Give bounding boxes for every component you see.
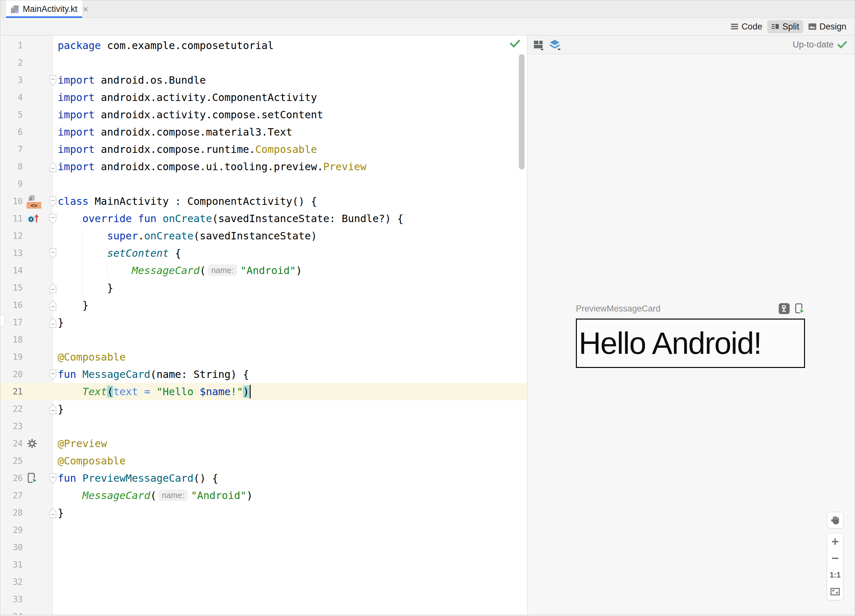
line-number[interactable]: 23	[0, 418, 23, 435]
editor-line-7[interactable]: 7import androidx.compose.runtime.Composa…	[0, 141, 527, 158]
parameter-hint: name:	[208, 264, 237, 276]
preview-canvas[interactable]: PreviewMessageCard Hello Android!	[527, 54, 855, 615]
preview-name[interactable]: PreviewMessageCard	[576, 304, 660, 314]
line-number[interactable]: 2	[0, 54, 23, 72]
editor-line-15[interactable]: 15 }	[0, 279, 527, 296]
line-number[interactable]: 13	[0, 245, 23, 262]
editor-line-4[interactable]: 4import androidx.activity.ComponentActiv…	[0, 89, 527, 106]
zoom-in-button[interactable]	[827, 533, 843, 550]
line-number[interactable]: 24	[0, 435, 23, 452]
line-number[interactable]: 18	[0, 331, 23, 348]
editor-line-16[interactable]: 16 }	[0, 296, 527, 314]
editor-line-27[interactable]: 27 MessageCard(name:"Android")	[0, 487, 527, 504]
editor-line-24[interactable]: 24@Preview	[0, 435, 527, 452]
line-number[interactable]: 6	[0, 123, 23, 141]
line-number[interactable]: 3	[0, 72, 23, 89]
pan-button[interactable]	[827, 512, 843, 529]
gear-icon[interactable]	[27, 438, 37, 449]
editor-line-1[interactable]: 1package com.example.composetutorial	[0, 37, 527, 54]
line-number[interactable]: 34	[0, 608, 23, 615]
line-number[interactable]: 31	[0, 556, 23, 573]
tab-mainactivity[interactable]: MainActivity.kt	[6, 0, 82, 18]
layers-icon[interactable]	[549, 39, 561, 51]
line-number[interactable]: 15	[0, 279, 23, 296]
line-number[interactable]: 9	[0, 175, 23, 193]
editor-line-29[interactable]: 29	[0, 521, 527, 539]
line-number[interactable]: 10	[0, 193, 23, 210]
code-tag-icon[interactable]: <>	[27, 202, 41, 208]
line-number[interactable]: 14	[0, 262, 23, 279]
line-number[interactable]: 29	[0, 521, 23, 539]
tool-window-handle[interactable]	[0, 314, 5, 326]
code-line-text: import androidx.compose.ui.tooling.previ…	[53, 158, 366, 175]
editor-line-30[interactable]: 30	[0, 539, 527, 556]
grid-mode-icon[interactable]	[533, 40, 544, 50]
line-number[interactable]: 30	[0, 539, 23, 556]
close-icon[interactable]	[82, 6, 89, 13]
line-number[interactable]: 8	[0, 158, 23, 175]
code-editor[interactable]: 1package com.example.composetutorial23im…	[0, 35, 527, 615]
zoom-fit-button[interactable]	[827, 583, 843, 600]
editor-line-23[interactable]: 23	[0, 418, 527, 435]
code-token: package	[58, 40, 101, 52]
editor-line-22[interactable]: 22}	[0, 400, 527, 418]
split-view-label: Split	[782, 22, 799, 32]
editor-line-9[interactable]: 9	[0, 175, 527, 193]
editor-line-13[interactable]: 13 setContent {	[0, 245, 527, 262]
editor-line-17[interactable]: 17}	[0, 314, 527, 331]
editor-line-21[interactable]: 21 Text(text = "Hello $name!")	[0, 383, 527, 400]
editor-line-5[interactable]: 5import androidx.activity.compose.setCon…	[0, 106, 527, 123]
editor-line-12[interactable]: 12 super.onCreate(savedInstanceState)	[0, 227, 527, 245]
line-number[interactable]: 25	[0, 452, 23, 469]
editor-line-11[interactable]: 11 override fun onCreate(savedInstanceSt…	[0, 210, 527, 227]
line-number[interactable]: 28	[0, 504, 23, 521]
editor-line-18[interactable]: 18	[0, 331, 527, 348]
zoom-actual-button[interactable]: 1:1	[827, 567, 843, 583]
editor-line-25[interactable]: 25@Composable	[0, 452, 527, 469]
line-number[interactable]: 5	[0, 106, 23, 123]
editor-line-10[interactable]: 10<>class MainActivity : ComponentActivi…	[0, 193, 527, 210]
code-token: (	[107, 386, 113, 398]
code-token: androidx.compose.ui.tooling.preview.	[95, 161, 323, 173]
editor-line-33[interactable]: 33	[0, 591, 527, 608]
code-line-text: MessageCard(name:"Android")	[53, 487, 253, 504]
line-number[interactable]: 20	[0, 366, 23, 383]
layout-icon[interactable]	[27, 194, 36, 202]
editor-line-14[interactable]: 14 MessageCard(name:"Android")	[0, 262, 527, 279]
run-on-device-icon[interactable]	[794, 303, 805, 314]
line-number[interactable]: 4	[0, 89, 23, 106]
line-number[interactable]: 33	[0, 591, 23, 608]
line-number[interactable]: 22	[0, 400, 23, 418]
line-number[interactable]: 12	[0, 227, 23, 245]
editor-line-20[interactable]: 20fun MessageCard(name: String) {	[0, 366, 527, 383]
line-number[interactable]: 32	[0, 573, 23, 591]
line-number[interactable]: 16	[0, 296, 23, 314]
editor-line-2[interactable]: 2	[0, 54, 527, 72]
editor-line-3[interactable]: 3import android.os.Bundle	[0, 72, 527, 89]
editor-line-26[interactable]: 26fun PreviewMessageCard() {	[0, 469, 527, 487]
inspection-ok-icon[interactable]	[510, 40, 520, 49]
editor-scrollbar[interactable]	[519, 54, 525, 170]
code-view-button[interactable]: Code	[726, 20, 766, 33]
line-number[interactable]: 21	[0, 383, 23, 400]
line-number[interactable]: 11	[0, 210, 23, 227]
editor-line-8[interactable]: 8import androidx.compose.ui.tooling.prev…	[0, 158, 527, 175]
zoom-out-button[interactable]	[827, 550, 843, 567]
editor-line-28[interactable]: 28}	[0, 504, 527, 521]
editor-line-19[interactable]: 19@Composable	[0, 348, 527, 366]
run-preview-icon[interactable]	[27, 473, 39, 484]
editor-line-34[interactable]: 34	[0, 608, 527, 615]
line-number[interactable]: 26	[0, 469, 23, 487]
line-number[interactable]: 19	[0, 348, 23, 366]
editor-line-31[interactable]: 31	[0, 556, 527, 573]
split-view-button[interactable]: Split	[767, 20, 803, 33]
line-number[interactable]: 7	[0, 141, 23, 158]
line-number[interactable]: 1	[0, 37, 23, 54]
preview-render-box[interactable]: Hello Android!	[576, 319, 805, 368]
override-icon[interactable]	[27, 213, 41, 224]
design-view-button[interactable]: Design	[804, 20, 850, 33]
interactive-mode-icon[interactable]	[779, 303, 790, 314]
editor-line-32[interactable]: 32	[0, 573, 527, 591]
editor-line-6[interactable]: 6import androidx.compose.material3.Text	[0, 123, 527, 141]
line-number[interactable]: 27	[0, 487, 23, 504]
